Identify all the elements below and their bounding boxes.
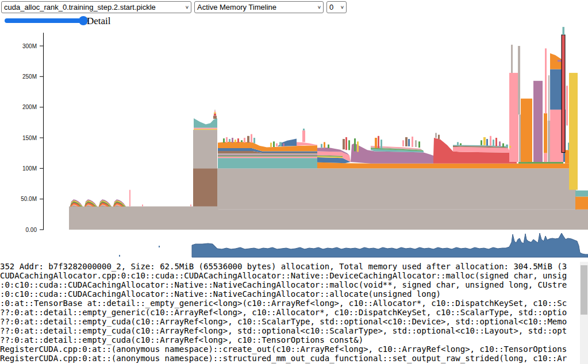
detail-slider[interactable]	[5, 17, 85, 25]
chevron-down-icon: ∨	[317, 5, 321, 10]
gpu-index-select[interactable]: 0 ∨	[326, 1, 347, 13]
stack-frame-line: :0:c10::cuda::CUDACachingAllocator::Nati…	[0, 280, 580, 289]
gpu-index-value: 0	[329, 3, 333, 11]
memory-viz-app: 300M250M200M150M100M50.0M0.00 cuda_alloc…	[0, 0, 588, 364]
svg-text:50.0M: 50.0M	[21, 196, 37, 202]
view-mode-select[interactable]: Active Memory Timeline ∨	[194, 1, 324, 13]
detail-label: Detail	[87, 16, 111, 27]
stack-frame-line: 352 Addr: b7f3282000000_2, Size: 62.5MiB…	[0, 262, 580, 271]
snapshot-file-select[interactable]: cuda_alloc_rank_0.training_step.2.start.…	[1, 1, 191, 13]
stack-frame-line: CUDACachingAllocator.cpp:0:c10::cuda::CU…	[0, 271, 580, 280]
stack-frame-line: RegisterCUDA.cpp:0:at::(anonymous namesp…	[0, 344, 580, 354]
minimap-overview[interactable]	[192, 233, 588, 257]
stack-frame-line: ??:0:at::detail::empty_cuda(c10::ArrayRe…	[0, 317, 580, 326]
stack-frame-line: RegisterCUDA.cpp:0:at::(anonymous namesp…	[0, 354, 580, 363]
toolbar: cuda_alloc_rank_0.training_step.2.start.…	[1, 1, 347, 13]
svg-text:250M: 250M	[22, 73, 37, 80]
stack-frame-line: ??:0:at::detail::empty_generic(c10::Arra…	[0, 308, 580, 317]
stack-frame-line: ??:0:at::detail::empty_cuda(c10::ArrayRe…	[0, 335, 580, 344]
trace-pane-scrollbar[interactable]	[580, 262, 588, 364]
trace-pane-scrollbar-thumb[interactable]	[581, 265, 587, 315]
allocation-stack-trace-pane: 352 Addr: b7f3282000000_2, Size: 62.5MiB…	[0, 262, 580, 364]
svg-text:100M: 100M	[22, 165, 37, 172]
svg-text:0.00: 0.00	[26, 227, 37, 233]
slider-track[interactable]	[5, 18, 85, 23]
memory-timeline-chart[interactable]: 300M250M200M150M100M50.0M0.00	[0, 0, 588, 260]
svg-text:150M: 150M	[22, 135, 37, 141]
svg-text:200M: 200M	[22, 104, 37, 110]
chevron-down-icon: ∨	[185, 5, 189, 10]
stack-frame-line: :0:c10::cuda::CUDACachingAllocator::Nati…	[0, 289, 580, 299]
stack-frame-line: :0:at::TensorBase at::detail::_empty_gen…	[0, 299, 580, 308]
snapshot-file-value: cuda_alloc_rank_0.training_step.2.start.…	[4, 3, 156, 11]
view-mode-value: Active Memory Timeline	[197, 3, 276, 11]
stack-frame-line: ??:0:at::detail::empty_cuda(c10::ArrayRe…	[0, 326, 580, 335]
chevron-down-icon: ∨	[340, 5, 344, 10]
svg-text:300M: 300M	[22, 43, 37, 49]
